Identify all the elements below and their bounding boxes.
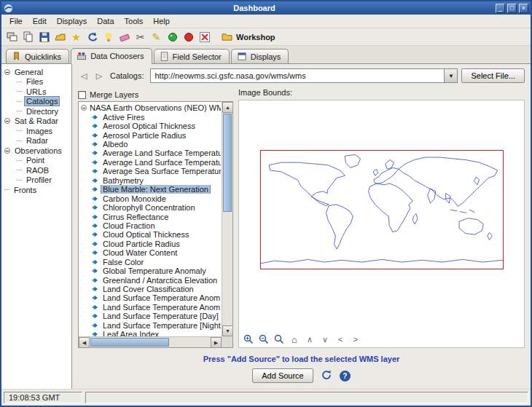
show-windows-button[interactable]	[4, 29, 20, 44]
world-map[interactable]	[261, 151, 503, 269]
status-button[interactable]	[165, 29, 180, 44]
wms-layer-item[interactable]: Average Land Surface Temperatu	[81, 158, 221, 167]
zoom-in-button[interactable]	[242, 333, 255, 346]
help-button[interactable]: ?	[340, 371, 351, 382]
scroll-right-button[interactable]: ▶	[211, 337, 222, 348]
wms-layer-item[interactable]: Cloud Water Content	[81, 248, 221, 257]
open-button[interactable]	[52, 29, 68, 44]
tab-field-selector[interactable]: Field Selector	[154, 49, 230, 63]
tree-item-fronts[interactable]: Fronts	[2, 185, 71, 195]
wms-layer-item[interactable]: False Color	[81, 258, 221, 266]
tree-item-radar[interactable]: Radar	[2, 136, 71, 146]
titlebar[interactable]: Dashboard _ □ ×	[1, 1, 531, 15]
vertical-scrollbar[interactable]: ▲ ▼	[222, 102, 232, 336]
pan-up-button[interactable]: ∧	[303, 333, 316, 346]
menu-edit[interactable]: Edit	[28, 15, 52, 27]
history-forward-button[interactable]: ▷	[93, 70, 105, 82]
merge-layers-checkbox[interactable]	[78, 91, 86, 99]
expand-knob-icon[interactable]	[4, 69, 10, 75]
wms-root-node[interactable]: NASA Earth Observations (NEO) WMS	[81, 103, 221, 113]
menu-file[interactable]: File	[4, 15, 28, 27]
wms-layer-item[interactable]: Bathymetry	[81, 176, 221, 185]
app-icon[interactable]	[4, 4, 13, 13]
wms-layer-item[interactable]: Land Surface Temperature Anom	[81, 293, 221, 302]
wms-layer-item[interactable]: Cloud Fraction	[81, 221, 221, 230]
zoom-reset-button[interactable]	[273, 333, 286, 346]
expand-knob-icon[interactable]	[81, 105, 87, 111]
menu-tools[interactable]: Tools	[120, 15, 149, 27]
minimize-icon[interactable]: _	[496, 4, 505, 13]
favorites-button[interactable]: ★	[69, 29, 84, 44]
wms-layer-item[interactable]: Greenland / Antarctica Elevation	[81, 275, 221, 284]
tree-item-general[interactable]: General	[2, 67, 71, 77]
close-icon[interactable]: ×	[519, 4, 528, 13]
menu-displays[interactable]: Displays	[52, 15, 93, 27]
wms-layer-item[interactable]: Cloud Particle Radius	[81, 240, 221, 248]
wms-layer-item[interactable]: Land Surface Temperature Anom	[81, 303, 221, 312]
tab-quicklinks[interactable]: Quicklinks	[6, 49, 69, 63]
menu-data[interactable]: Data	[92, 15, 119, 27]
tree-item-raob[interactable]: RAOB	[2, 165, 71, 175]
wms-layer-item[interactable]: Land Surface Temperature [Day]	[81, 312, 221, 320]
expand-knob-icon[interactable]	[4, 118, 10, 124]
vertical-scroll-thumb[interactable]	[223, 114, 232, 212]
tip-button[interactable]	[101, 29, 116, 44]
select-file-button[interactable]: Select File...	[461, 68, 525, 83]
wms-layer-item[interactable]: Average Land Surface Temperatu	[81, 149, 221, 157]
tree-item-catalogs[interactable]: Catalogs	[2, 97, 71, 107]
copy-button[interactable]	[20, 29, 36, 44]
combo-dropdown-button[interactable]: ▼	[444, 69, 457, 82]
wms-layer-item[interactable]: Active Fires	[81, 113, 221, 122]
workshop-button[interactable]: Workshop	[222, 32, 275, 42]
expand-knob-icon[interactable]	[4, 148, 10, 154]
maximize-icon[interactable]: □	[507, 4, 517, 13]
tree-item-urls[interactable]: URLs	[2, 87, 71, 97]
add-source-button[interactable]: Add Source	[252, 368, 313, 383]
wms-layer-item[interactable]: Aerosol Optical Thickness	[81, 122, 221, 130]
wms-layer-item[interactable]: Albedo	[81, 140, 221, 149]
scroll-up-button[interactable]: ▲	[222, 102, 233, 113]
menu-help[interactable]: Help	[148, 15, 175, 27]
pan-left-button[interactable]: <	[334, 333, 347, 346]
wms-layer-item[interactable]: Global Temperature Anomaly	[81, 266, 221, 275]
wms-layer-item[interactable]: Average Sea Surface Temperatur	[81, 167, 221, 175]
edit-button[interactable]: ✎	[149, 29, 164, 44]
horizontal-scroll-thumb[interactable]	[90, 338, 169, 347]
wms-layer-item[interactable]: Land Surface Temperature [Night	[81, 321, 221, 330]
wms-layer-item[interactable]: Land Cover Classification	[81, 285, 221, 293]
tree-item-observations[interactable]: Observations	[2, 146, 71, 156]
home-button[interactable]: ⌂	[288, 333, 301, 346]
wms-layer-item[interactable]: Aerosol Particle Radius	[81, 130, 221, 139]
undo-button[interactable]	[85, 29, 100, 44]
scroll-left-button[interactable]: ◀	[79, 337, 90, 348]
tree-item-point[interactable]: Point	[2, 156, 71, 166]
save-button[interactable]	[36, 29, 52, 44]
tree-item-sat-radar[interactable]: Sat & Radar	[2, 116, 71, 127]
history-back-button[interactable]: ◁	[78, 70, 90, 82]
wms-layer-item[interactable]: Blue Marble: Next Generation	[81, 185, 221, 194]
wms-layer-item[interactable]: Cirrus Reflectance	[81, 212, 221, 221]
pan-down-button[interactable]: ∨	[318, 333, 332, 346]
chevron-down-icon: ▼	[448, 73, 454, 79]
status-message-area	[85, 392, 528, 403]
tree-item-files[interactable]: Files	[2, 77, 71, 87]
catalog-url-combobox[interactable]: http://neowms.sci.gsfc.nasa.gov/wms/wms …	[150, 68, 458, 83]
map-bounds-box[interactable]	[260, 150, 504, 269]
tree-item-images[interactable]: Images	[2, 126, 71, 136]
tree-item-profiler[interactable]: Profiler	[2, 175, 71, 186]
tab-displays[interactable]: Displays	[231, 49, 289, 63]
pan-right-button[interactable]: >	[349, 333, 362, 346]
scroll-down-button[interactable]: ▼	[222, 325, 233, 336]
horizontal-scrollbar[interactable]: ◀ ▶	[79, 336, 222, 347]
record-button[interactable]	[181, 29, 196, 44]
cut-button[interactable]: ✂	[133, 29, 148, 44]
tree-item-directory[interactable]: Directory	[2, 106, 71, 116]
refresh-button[interactable]	[321, 369, 332, 382]
stop-loads-button[interactable]	[197, 29, 212, 44]
wms-layer-item[interactable]: Carbon Monoxide	[81, 194, 221, 202]
zoom-out-button[interactable]	[257, 333, 270, 346]
wms-layer-item[interactable]: Chlorophyll Concentration	[81, 203, 221, 212]
wms-layer-item[interactable]: Cloud Optical Thickness	[81, 230, 221, 239]
tab-data-choosers[interactable]: Data Choosers	[71, 48, 152, 64]
erase-button[interactable]	[117, 29, 132, 44]
